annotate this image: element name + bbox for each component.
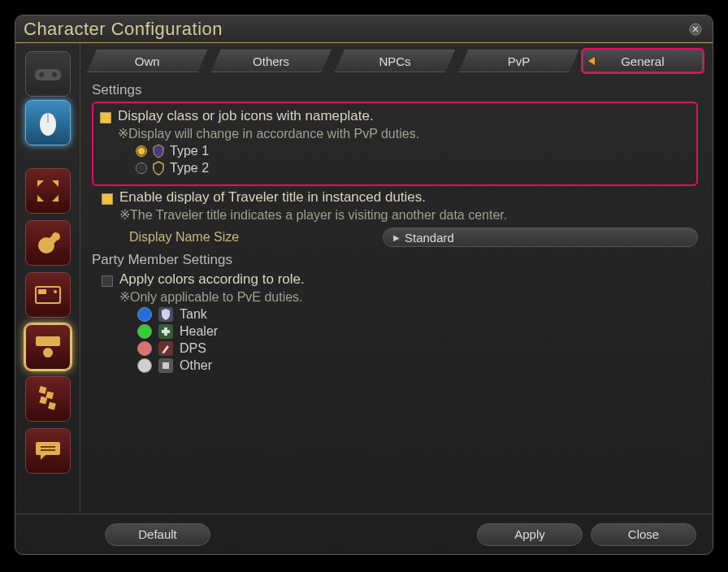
note-text: ※Display will change in accordance with … — [118, 126, 690, 141]
tab-own[interactable]: Own — [87, 50, 207, 72]
checkbox-row-traveler[interactable]: Enable display of Traveler title in inst… — [102, 189, 698, 206]
triangle-right-icon: ▶ — [393, 233, 400, 242]
checkbox-label: Apply colors according to role. — [119, 271, 305, 288]
sidebar-item-mouse[interactable] — [25, 100, 71, 145]
tab-label: PvP — [508, 54, 531, 68]
role-label: Tank — [180, 307, 207, 322]
checkbox-row-role-colors[interactable]: Apply colors according to role. — [102, 271, 698, 288]
sidebar — [15, 43, 80, 514]
shield-icon — [152, 161, 165, 176]
dropdown-row-name-size: Display Name Size ▶ Standard — [129, 228, 698, 247]
tab-label: NPCs — [379, 54, 410, 68]
checkbox-icon — [102, 193, 113, 205]
tab-pvp[interactable]: PvP — [458, 50, 578, 72]
main-panel: Own Others NPCs PvP General Settings Dis… — [80, 43, 713, 514]
role-row-other[interactable]: Other — [137, 358, 698, 373]
role-label: Other — [180, 358, 212, 373]
footer: Default Apply Close — [15, 514, 713, 554]
section-title-party: Party Member Settings — [92, 252, 698, 268]
sidebar-item-arrows[interactable] — [25, 168, 71, 214]
checkbox-icon — [100, 112, 111, 124]
tab-row: Own Others NPCs PvP General — [87, 50, 703, 72]
dropdown-value: Standard — [405, 231, 454, 245]
radio-icon — [136, 145, 147, 157]
note-text: ※Only applicable to PvE duties. — [119, 289, 698, 305]
radio-label: Type 1 — [170, 144, 209, 158]
config-window: Character Configuration — [15, 15, 713, 555]
dropdown-name-size[interactable]: ▶ Standard — [383, 228, 698, 247]
sidebar-item-hotbar[interactable] — [25, 376, 71, 422]
dropdown-label: Display Name Size — [129, 230, 373, 245]
other-icon — [158, 358, 173, 373]
tab-others[interactable]: Others — [210, 50, 331, 72]
tab-label: Others — [253, 54, 289, 68]
sidebar-item-gamepad[interactable] — [25, 51, 71, 97]
role-row-tank[interactable]: Tank — [137, 307, 698, 322]
checkbox-icon — [102, 275, 113, 287]
radio-type2[interactable]: Type 2 — [136, 161, 690, 176]
sidebar-item-nameplate[interactable] — [25, 324, 71, 370]
sidebar-item-card[interactable] — [25, 272, 71, 318]
sidebar-item-chat[interactable] — [25, 428, 71, 474]
svg-rect-10 — [36, 336, 60, 346]
titlebar: Character Configuration — [15, 15, 713, 43]
svg-rect-8 — [38, 289, 46, 294]
svg-point-2 — [39, 72, 44, 77]
radio-type1[interactable]: Type 1 — [136, 144, 690, 158]
tab-label: Own — [135, 54, 160, 68]
color-circle — [137, 324, 152, 339]
svg-rect-1 — [35, 69, 61, 80]
role-label: DPS — [180, 341, 206, 356]
close-button[interactable]: Close — [591, 523, 696, 546]
role-row-healer[interactable]: Healer — [137, 324, 698, 339]
color-circle — [137, 341, 152, 356]
tank-icon — [158, 307, 173, 322]
svg-point-3 — [52, 72, 57, 77]
section-title-settings: Settings — [92, 82, 698, 98]
dps-icon — [158, 341, 173, 356]
role-colors-block: Apply colors according to role. ※Only ap… — [92, 271, 698, 373]
tab-general[interactable]: General — [583, 50, 703, 72]
svg-point-11 — [43, 348, 53, 358]
note-text: ※The Traveler title indicates a player i… — [119, 207, 698, 223]
role-label: Healer — [180, 324, 218, 339]
content-area: Settings Display class or job icons with… — [87, 77, 703, 514]
healer-icon — [158, 324, 173, 339]
checkbox-label: Display class or job icons with nameplat… — [118, 108, 374, 124]
button-label: Close — [628, 527, 659, 541]
close-icon[interactable] — [687, 20, 704, 38]
window-body: Own Others NPCs PvP General Settings Dis… — [15, 43, 713, 514]
svg-rect-18 — [162, 362, 169, 369]
shield-icon — [152, 144, 165, 158]
radio-icon — [136, 162, 147, 174]
checkbox-label: Enable display of Traveler title in inst… — [119, 189, 426, 206]
tab-npcs[interactable]: NPCs — [335, 50, 455, 72]
button-label: Default — [138, 527, 177, 541]
apply-button[interactable]: Apply — [477, 523, 583, 546]
checkbox-row-nameplate-icons[interactable]: Display class or job icons with nameplat… — [100, 108, 690, 124]
default-button[interactable]: Default — [105, 523, 210, 546]
sidebar-item-itembag[interactable] — [25, 220, 71, 266]
color-circle — [137, 358, 152, 373]
tab-label: General — [621, 54, 664, 68]
radio-label: Type 2 — [170, 161, 209, 176]
window-title: Character Configuration — [24, 19, 687, 40]
traveler-block: Enable display of Traveler title in inst… — [92, 189, 698, 247]
button-label: Apply — [514, 527, 545, 541]
role-row-dps[interactable]: DPS — [137, 341, 698, 356]
svg-rect-15 — [48, 402, 56, 410]
svg-point-9 — [54, 290, 57, 293]
color-circle — [137, 307, 152, 322]
svg-rect-12 — [38, 386, 46, 394]
highlight-nameplate-icons: Display class or job icons with nameplat… — [92, 102, 698, 186]
